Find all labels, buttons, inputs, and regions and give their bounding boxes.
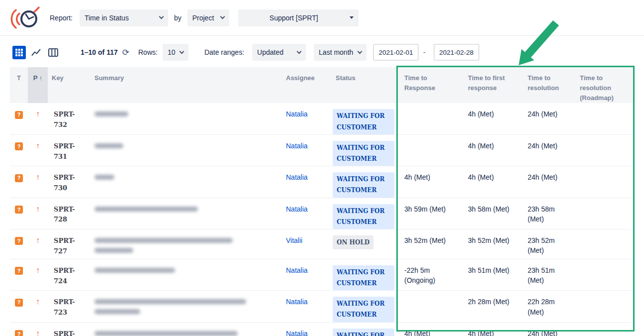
time-to-first-response-cell: 3h 52m (Met) — [461, 229, 521, 259]
table-row[interactable]: ? ↑ SPRT-731 Natalia WAITING FOR CUSTOME… — [10, 134, 635, 166]
column-header-time-to-resolution-roadmap[interactable]: Time to resolution (Roadmap) — [573, 67, 635, 103]
assignee-link[interactable]: Natalia — [286, 173, 308, 181]
grid-view-button[interactable] — [12, 46, 26, 59]
assignee-link[interactable]: Vitalii — [286, 236, 302, 244]
table-row[interactable]: ? ↑ SPRT-727 Vitalii ON HOLD 3h 52m (Met… — [10, 229, 635, 259]
assignee-link[interactable]: Natalia — [286, 142, 308, 150]
board-columns-icon — [48, 48, 58, 57]
column-header-time-to-resolution[interactable]: Time to resolution — [521, 67, 573, 103]
chart-view-button[interactable] — [29, 46, 43, 59]
date-from-input[interactable] — [373, 44, 419, 61]
status-badge: WAITING FOR CUSTOMER — [333, 265, 394, 290]
table-row[interactable]: ? ↑ SPRT-724 Natalia WAITING FOR CUSTOME… — [10, 259, 635, 290]
table-row[interactable]: ? ↑ SPRT-723 Natalia WAITING FOR CUSTOME… — [10, 291, 635, 322]
time-to-resolution-cell: 23h 52m (Met) — [521, 229, 573, 259]
assignee-link[interactable]: Natalia — [286, 330, 308, 336]
issue-key[interactable]: SPRT-731 — [54, 142, 75, 160]
time-to-resolution-cell: 24h (Met) — [521, 103, 573, 134]
time-to-first-response-cell: 4h (Met) — [461, 322, 521, 336]
status-badge: WAITING FOR CUSTOMER — [333, 204, 394, 229]
assignee-link[interactable]: Natalia — [286, 110, 308, 118]
time-to-first-response-cell: 4h (Met) — [461, 103, 521, 134]
issue-type-question-icon: ? — [15, 237, 23, 245]
issue-type-question-icon: ? — [15, 111, 23, 119]
refresh-button[interactable]: ⟳ — [122, 48, 129, 57]
assignee-link[interactable]: Natalia — [286, 266, 308, 274]
app-logo — [9, 5, 42, 30]
status-badge: WAITING FOR CUSTOMER — [333, 109, 394, 134]
time-to-resolution-roadmap-cell — [573, 291, 635, 322]
column-header-time-to-first-response[interactable]: Time to first response — [461, 67, 521, 103]
issue-key[interactable]: SPRT-723 — [54, 298, 75, 316]
refresh-icon: ⟳ — [122, 48, 129, 57]
column-header-type[interactable]: T — [10, 67, 28, 103]
assignee-link[interactable]: Natalia — [286, 298, 308, 306]
time-to-resolution-roadmap-cell — [573, 134, 635, 166]
date-preset-select[interactable]: Last month — [314, 44, 367, 61]
chevron-down-icon — [220, 14, 225, 19]
chevron-down-icon — [297, 49, 302, 54]
sort-ascending-icon: ↑ — [39, 74, 43, 82]
time-to-first-response-cell: 4h (Met) — [461, 134, 521, 166]
table-row[interactable]: ? ↑ SPRT-730 Natalia WAITING FOR CUSTOME… — [10, 166, 635, 198]
issue-key[interactable]: SPRT-732 — [54, 111, 75, 128]
column-header-key[interactable]: Key — [48, 67, 91, 103]
issue-key[interactable]: SPRT-730 — [54, 174, 75, 192]
date-field-select[interactable]: Updated — [252, 44, 306, 61]
scope-select[interactable]: Project — [187, 9, 229, 26]
topbar: Report: Time in Status by Project Suppor… — [0, 0, 644, 35]
toolbar: 1–10 of 117 ⟳ Rows: 10 Date ranges: Upda… — [0, 44, 644, 61]
time-to-first-response-cell: 3h 58m (Met) — [461, 198, 521, 229]
priority-up-icon: ↑ — [36, 297, 40, 306]
grid-icon — [15, 49, 23, 56]
line-chart-icon — [31, 48, 41, 57]
issue-type-question-icon: ? — [15, 206, 23, 214]
table-row[interactable]: ? ↑ SPRT-732 Natalia WAITING FOR CUSTOME… — [10, 103, 635, 134]
board-view-button[interactable] — [46, 46, 60, 59]
time-to-first-response-cell: 2h 28m (Met) — [461, 291, 521, 322]
issue-table-body: ? ↑ SPRT-732 Natalia WAITING FOR CUSTOME… — [10, 103, 635, 336]
status-badge: WAITING FOR CUSTOMER — [333, 141, 394, 166]
issue-summary-blurred — [94, 112, 279, 116]
rows-value: 10 — [168, 48, 176, 56]
issue-type-question-icon: ? — [15, 267, 23, 275]
column-header-assignee[interactable]: Assignee — [282, 67, 332, 103]
pagination-text: 1–10 of 117 — [81, 48, 118, 56]
by-label: by — [174, 14, 182, 22]
time-to-resolution-roadmap-cell — [573, 103, 635, 134]
table-row[interactable]: ? ↑ SPRT-722 Natalia WAITING FOR CUSTOME… — [10, 322, 635, 336]
assignee-link[interactable]: Natalia — [286, 205, 308, 213]
issue-table: T P ↑ Key Summary Assignee Status Time t… — [10, 67, 635, 336]
time-to-response-cell: 3h 52m (Met) — [397, 229, 461, 259]
time-to-resolution-cell: 24h (Met) — [521, 322, 573, 336]
time-to-response-cell — [397, 291, 461, 322]
chevron-down-icon — [358, 49, 363, 54]
project-select[interactable]: Support [SPRT] — [238, 9, 359, 26]
time-to-resolution-roadmap-cell — [573, 198, 635, 229]
issue-key[interactable]: SPRT-722 — [54, 330, 75, 336]
column-header-status[interactable]: Status — [332, 67, 397, 103]
time-to-resolution-roadmap-cell — [573, 166, 635, 198]
column-header-summary[interactable]: Summary — [91, 67, 282, 103]
time-to-first-response-cell: 4h (Met) — [461, 166, 521, 198]
issue-summary-blurred — [94, 268, 279, 273]
issue-type-question-icon: ? — [15, 330, 23, 336]
issue-key[interactable]: SPRT-724 — [54, 267, 75, 285]
issue-summary-blurred — [94, 175, 279, 180]
time-to-resolution-cell: 22h 28m (Met) — [521, 291, 573, 322]
column-header-priority[interactable]: P ↑ — [28, 67, 48, 103]
time-to-resolution-cell: 24h (Met) — [521, 134, 573, 166]
priority-up-icon: ↑ — [36, 329, 40, 336]
scope-value: Project — [192, 14, 214, 22]
date-range-separator: - — [423, 48, 426, 56]
issue-key[interactable]: SPRT-727 — [54, 237, 75, 255]
report-type-value: Time in Status — [85, 14, 129, 22]
status-badge: ON HOLD — [333, 235, 373, 249]
time-to-resolution-roadmap-cell — [573, 259, 635, 290]
issue-key[interactable]: SPRT-728 — [54, 206, 75, 224]
date-to-input[interactable] — [434, 44, 479, 61]
report-type-select[interactable]: Time in Status — [80, 9, 168, 26]
table-row[interactable]: ? ↑ SPRT-728 Natalia WAITING FOR CUSTOME… — [10, 198, 635, 229]
rows-per-page-select[interactable]: 10 — [163, 44, 188, 61]
column-header-time-to-response[interactable]: Time to Response — [397, 67, 461, 103]
